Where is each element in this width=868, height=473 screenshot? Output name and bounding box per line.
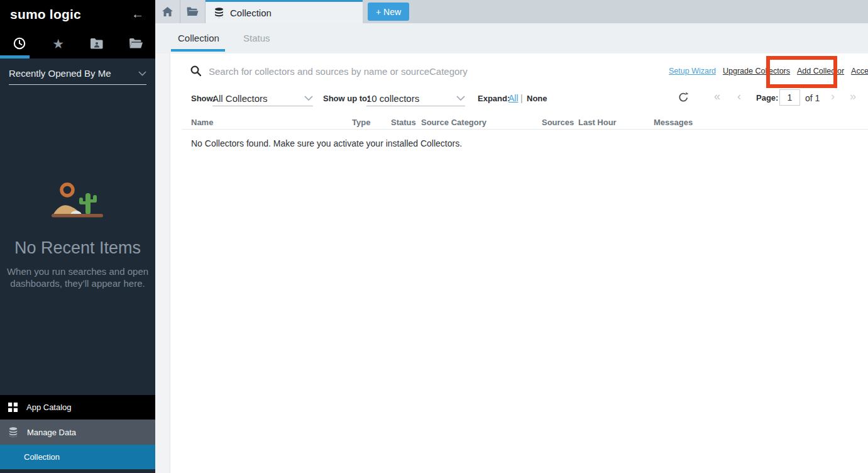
sidebar-item-label: Manage Data	[27, 428, 76, 437]
star-icon: ★	[52, 37, 64, 50]
collection-db-icon	[214, 8, 224, 18]
chevron-down-icon	[304, 96, 313, 101]
page-first-button[interactable]: «	[714, 91, 720, 102]
column-header-sources[interactable]: Sources	[542, 118, 574, 127]
app-grid-icon	[8, 403, 18, 412]
expand-label: Expand:	[478, 94, 510, 103]
active-nav-indicator	[0, 55, 30, 58]
upgrade-collectors-link[interactable]: Upgrade Collectors	[723, 67, 790, 75]
chevron-down-icon	[456, 96, 465, 101]
sidebar-item-label: Collection	[24, 452, 60, 462]
open-folder-icon	[187, 7, 199, 16]
sumo-logic-logo: sumo logic	[10, 7, 81, 22]
content-gutter	[155, 53, 170, 473]
sidebar-tab-recents[interactable]	[0, 28, 39, 58]
sidebar-item-app-catalog[interactable]: App Catalog	[0, 395, 155, 420]
home-button[interactable]	[155, 0, 180, 23]
recents-scope-select[interactable]: Recently Opened By Me	[9, 68, 146, 85]
collection-panel	[170, 53, 868, 473]
sidebar-nav-icons: ★	[0, 28, 155, 58]
logo-bar: sumo logic ←	[0, 0, 155, 28]
clock-icon	[13, 36, 26, 50]
page-last-button[interactable]: »	[850, 91, 856, 102]
sidebar-tab-library[interactable]	[116, 28, 155, 58]
empty-state-title: No Recent Items	[0, 238, 155, 258]
column-header-last-hour[interactable]: Last Hour	[578, 118, 617, 127]
column-header-messages[interactable]: Messages	[654, 118, 693, 127]
page-next-button[interactable]: ›	[831, 91, 835, 102]
sidebar-item-label: App Catalog	[26, 403, 72, 412]
no-collectors-message: No Collectors found. Make sure you activ…	[191, 138, 462, 148]
column-header-name[interactable]: Name	[191, 118, 213, 127]
search-input[interactable]	[207, 63, 559, 79]
page-prev-button[interactable]: ‹	[737, 91, 741, 102]
add-collector-link[interactable]: Add Collector	[797, 67, 844, 75]
expand-none-link[interactable]: None	[527, 94, 547, 103]
setup-wizard-link[interactable]: Setup Wizard	[669, 67, 716, 75]
sumo-logic-app: sumo logic ← ★	[0, 0, 868, 473]
show-up-to-label: Show up to:	[323, 94, 370, 103]
recents-empty-state: No Recent Items When you run searches an…	[0, 178, 155, 289]
column-header-status[interactable]: Status	[391, 118, 416, 127]
page-label: Page:	[756, 93, 778, 103]
database-icon	[8, 427, 18, 437]
sidebar-item-collection[interactable]: Collection	[0, 445, 155, 469]
desert-illustration	[47, 178, 109, 227]
home-icon	[162, 7, 173, 16]
sidebar-tab-favorites[interactable]: ★	[39, 28, 78, 58]
show-filter-select[interactable]: All Collectors	[212, 91, 313, 106]
chevron-down-icon	[138, 71, 146, 76]
collapse-sidebar-icon[interactable]: ←	[131, 7, 144, 21]
subtab-collection[interactable]: Collection	[178, 33, 219, 43]
shared-folder-icon	[90, 38, 104, 49]
page-number-input[interactable]	[779, 89, 800, 106]
new-button[interactable]: + New	[368, 3, 409, 21]
sidebar-tab-shared[interactable]	[78, 28, 117, 58]
active-subtab-indicator	[171, 49, 225, 52]
empty-state-description: When you run searches and open dashboard…	[0, 265, 155, 289]
sidebar-item-manage-data[interactable]: Manage Data	[0, 420, 155, 445]
access-keys-link[interactable]: Access Keys	[851, 67, 868, 75]
open-folder-icon	[129, 38, 143, 49]
library-button[interactable]	[180, 0, 206, 23]
tab-label: Collection	[230, 8, 272, 18]
search-icon	[190, 65, 201, 76]
refresh-icon[interactable]	[678, 92, 689, 103]
subtab-status[interactable]: Status	[243, 33, 270, 43]
tab-collection[interactable]: Collection	[206, 0, 363, 23]
sidebar: sumo logic ← ★	[0, 0, 155, 473]
expand-all-link[interactable]: All	[508, 93, 519, 103]
subtab-row: Collection Status	[155, 23, 868, 53]
column-header-source-category[interactable]: Source Category	[421, 118, 486, 127]
header-divider	[182, 129, 868, 130]
page-count-label: of 1	[805, 93, 820, 103]
collector-action-links: Setup Wizard Upgrade Collectors Add Coll…	[669, 67, 868, 75]
expand-separator: |	[520, 93, 523, 103]
recents-scope-label: Recently Opened By Me	[9, 68, 111, 79]
column-header-type[interactable]: Type	[352, 118, 370, 127]
show-up-to-select[interactable]: 10 collectors	[366, 91, 465, 106]
tab-strip: Collection + New	[155, 0, 868, 23]
